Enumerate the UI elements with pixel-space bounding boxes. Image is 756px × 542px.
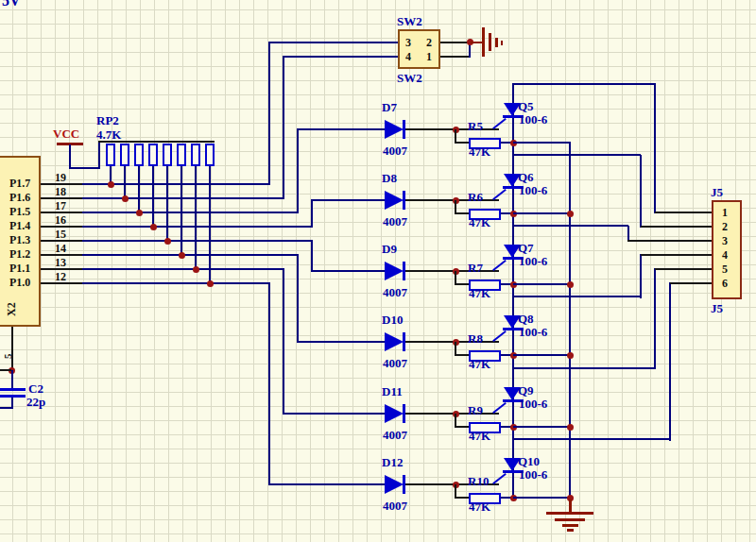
pin-name-label: P1.1 — [9, 263, 30, 274]
junction-dot — [207, 280, 214, 287]
pin-wire — [41, 282, 83, 284]
designator-label: R5 — [468, 120, 483, 132]
wire — [455, 212, 470, 214]
wire — [455, 497, 470, 499]
pin-wire — [41, 197, 83, 199]
wire — [268, 42, 398, 43]
pin-wire — [440, 56, 470, 58]
anode-wire — [512, 438, 670, 440]
designator-label: C2 — [28, 382, 43, 395]
value-label: 47K — [469, 145, 490, 158]
designator-label: SW2 — [397, 15, 422, 27]
wire — [0, 369, 11, 371]
wire — [180, 166, 182, 256]
designator-label: RP2 — [96, 114, 119, 127]
resistor-symbol — [163, 144, 172, 166]
pin-wire — [670, 282, 712, 284]
designator-label: D8 — [382, 172, 397, 184]
pin-wire — [440, 42, 470, 43]
wire — [669, 282, 671, 441]
pin-number-label: 1 — [715, 207, 734, 218]
pin-number-label: 2 — [426, 37, 432, 48]
pin-name-label: P1.5 — [9, 206, 30, 217]
pin-number-label: 19 — [47, 172, 74, 183]
value-label: 100-6 — [519, 184, 547, 196]
designator-label: R10 — [468, 475, 489, 487]
diode-icon — [385, 332, 404, 351]
pin-wire — [41, 240, 83, 242]
wire — [513, 426, 571, 428]
pin-wire — [11, 327, 13, 370]
designator-label: R6 — [468, 191, 483, 203]
resistor-symbol — [148, 144, 158, 166]
value-label: 4007 — [383, 215, 407, 228]
scr-gate-line — [492, 473, 507, 484]
junction-dot — [164, 238, 171, 245]
designator-label: D7 — [382, 101, 397, 113]
junction-dot — [567, 211, 574, 217]
wire — [640, 155, 642, 228]
junction-dot — [150, 224, 157, 230]
value-label: 47K — [469, 358, 490, 370]
value-label: 100-6 — [519, 255, 547, 267]
wire — [283, 56, 284, 199]
wire — [513, 212, 571, 214]
resistor-symbol — [205, 144, 215, 166]
scr-gate-line — [492, 402, 507, 414]
pin-number-label: 2 — [715, 221, 734, 232]
junction-dot — [193, 266, 199, 273]
schematic-canvas: 5V X2 P1.7 P1.6 P1.5 P1.4 P1.3 P1.2 P1.1… — [0, 0, 756, 542]
pin-number-label: 4 — [405, 51, 411, 62]
value-label: 100-6 — [519, 113, 547, 126]
value-label: 100-6 — [519, 326, 547, 338]
wire — [82, 197, 284, 199]
ground-icon — [482, 27, 485, 57]
pin-number-label: 5 — [3, 354, 13, 360]
diode-icon — [385, 191, 404, 210]
ground-wire — [569, 500, 572, 513]
junction-dot — [108, 181, 114, 188]
corner-net-label: 5V — [2, 0, 21, 8]
cathode-bus-wire — [569, 142, 571, 500]
junction-dot — [567, 352, 574, 359]
pin-name-label: P1.4 — [9, 220, 30, 231]
value-label: 4007 — [383, 429, 407, 441]
resistor-symbol — [177, 144, 186, 166]
wire — [152, 166, 154, 228]
value-label: 4007 — [383, 500, 407, 512]
wire — [297, 254, 299, 343]
anode-wire — [512, 83, 655, 85]
ic-x2-designator: X2 — [6, 302, 17, 316]
anode-wire — [512, 154, 641, 156]
designator-label: Q9 — [518, 384, 534, 397]
value-label: 4.7K — [96, 128, 121, 141]
pin-number-label: 16 — [47, 214, 74, 226]
designator-label: D9 — [382, 243, 397, 255]
designator-label: R7 — [468, 262, 483, 274]
wire — [11, 370, 13, 388]
designator-label: Q5 — [518, 100, 534, 112]
wire — [82, 240, 313, 242]
wire — [654, 83, 656, 213]
sw2-body — [398, 29, 440, 69]
wire — [513, 142, 571, 144]
pin-wire — [641, 226, 712, 228]
wire — [311, 199, 313, 228]
designator-label: J5 — [711, 186, 723, 198]
value-label: 47K — [469, 500, 490, 513]
wire — [311, 199, 385, 201]
wire — [640, 254, 642, 298]
wire — [297, 128, 385, 130]
resistor-symbol — [134, 144, 144, 166]
designator-label: Q6 — [518, 171, 534, 183]
wire — [283, 413, 385, 415]
designator-label: R8 — [468, 332, 483, 345]
value-label: 4007 — [383, 286, 407, 298]
designator-label: R9 — [468, 404, 483, 416]
designator-label: SW2 — [397, 72, 422, 84]
wire — [513, 283, 571, 285]
wire — [283, 268, 284, 415]
wire — [69, 167, 100, 169]
ground-icon — [489, 33, 491, 51]
wire — [124, 166, 126, 199]
